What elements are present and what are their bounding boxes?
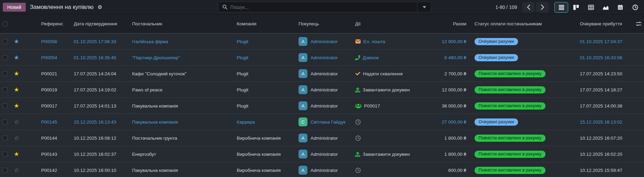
users-icon (355, 103, 362, 109)
table-row[interactable]: ★ P00143 10.12.2025 16:02:37 Енергозбут … (0, 146, 644, 162)
star-toggle[interactable]: ★ (10, 103, 23, 109)
company-cell: Plugit (237, 39, 298, 44)
activity-action[interactable]: Ел. пошта (355, 39, 410, 44)
row-checkbox[interactable] (3, 71, 8, 76)
table-row[interactable]: ☆ P00142 10.12.2025 16:00:10 Пакувальна … (0, 162, 644, 177)
action-label: Завантажити документ (363, 87, 410, 92)
reference-link[interactable]: P00019 (41, 87, 74, 92)
reference-link[interactable]: P00021 (41, 71, 74, 76)
row-checkbox[interactable] (3, 39, 8, 44)
header-payment-status[interactable]: Статус оплати постачальникам (472, 21, 580, 26)
row-checkbox[interactable] (3, 119, 8, 124)
arrival-cell: 17.07.2025 14:00:38 (580, 103, 633, 109)
star-toggle[interactable]: ★ (10, 151, 23, 157)
header-company[interactable]: Компанія (237, 21, 298, 26)
arrival-cell: 15.12.2025 16:13:02 (580, 119, 633, 125)
supplier-cell: Пакувальна компанія (132, 168, 237, 173)
list-view-icon (559, 5, 564, 10)
view-graph-button[interactable] (599, 2, 612, 13)
header-actions[interactable]: Дії (355, 21, 410, 26)
view-calendar-button[interactable] (613, 2, 627, 13)
confirm-date-cell: 01.10.2025 16:35:45 (74, 55, 132, 60)
total-cell: 12 000,00 ₴ (410, 87, 472, 92)
reference-link[interactable]: P00054 (41, 55, 74, 60)
pager-next-button[interactable] (536, 2, 549, 12)
header-buyer[interactable]: Покупець (298, 21, 355, 26)
upload-icon (355, 152, 360, 157)
buyer-name: Administrator (311, 136, 338, 141)
activity-action[interactable]: Завантажити документ (355, 152, 410, 157)
row-checkbox[interactable] (3, 55, 8, 60)
star-toggle[interactable]: ★ (10, 71, 23, 77)
star-toggle[interactable]: ★ (10, 87, 23, 93)
reference-link[interactable]: P00017 (41, 103, 74, 109)
buyer-name: Administrator (311, 39, 338, 44)
star-toggle[interactable]: ☆ (10, 167, 23, 173)
company-cell: Plugit (237, 71, 298, 76)
pager-previous-button[interactable] (522, 2, 535, 12)
star-toggle[interactable]: ☆ (10, 119, 23, 125)
total-cell: 36 000,00 ₴ (410, 103, 472, 109)
reference-link[interactable]: P00142 (41, 168, 74, 173)
star-toggle[interactable]: ☆ (10, 135, 23, 141)
buyer-name: Administrator (311, 71, 338, 76)
table-row[interactable]: ★ P00056 01.10.2025 17:06:33 Італійська … (0, 33, 644, 49)
header-reference[interactable]: Референс (41, 21, 74, 26)
activity-action[interactable]: P00017 (355, 103, 410, 109)
header-confirm-date[interactable]: Дата підтвердження (74, 21, 132, 26)
row-checkbox[interactable] (3, 103, 8, 108)
supplier-cell: Італійська фірма (132, 39, 237, 44)
view-kanban-button[interactable] (569, 2, 583, 13)
control-panel: Новий Замовлення на купівлю ⚙ 1-80 / 109 (0, 0, 644, 14)
row-checkbox[interactable] (3, 136, 8, 140)
activity-action[interactable]: Завантажити документ (355, 87, 410, 92)
activity-action[interactable] (355, 167, 410, 173)
select-all-checkbox[interactable] (3, 22, 8, 26)
buyer-avatar: A (298, 85, 307, 94)
table-row[interactable]: ★ P00019 17.07.2025 14:19:02 Paws of pea… (0, 81, 644, 98)
row-checkbox[interactable] (3, 152, 8, 156)
header-expected-arrival[interactable]: Очікуване прибуття (580, 21, 633, 26)
optional-columns-icon[interactable] (633, 21, 644, 27)
activity-action[interactable]: Дзвінок (355, 55, 410, 60)
search-input[interactable] (230, 4, 417, 10)
star-toggle[interactable]: ★ (10, 38, 23, 45)
reference-link[interactable]: P00143 (41, 152, 74, 157)
activity-action[interactable] (355, 119, 410, 125)
header-supplier[interactable]: Постачальник (132, 21, 237, 26)
arrival-cell: 17.07.2025 14:18:27 (580, 87, 633, 92)
reference-link[interactable]: P00056 (41, 39, 74, 44)
view-pivot-button[interactable] (584, 2, 598, 13)
table-row[interactable]: ★ P00054 01.10.2025 16:35:45 "Партнер-Др… (0, 49, 644, 65)
payment-status-badge: Повністю виставлено в рахунку (475, 135, 546, 142)
select-all-cell (0, 22, 10, 26)
buyer-avatar: A (298, 101, 307, 110)
activity-action[interactable]: Надати схвалення (355, 71, 410, 76)
activity-action[interactable] (355, 135, 410, 141)
company-cell: Plugit (237, 103, 298, 109)
star-toggle[interactable]: ★ (10, 54, 23, 61)
header-total[interactable]: Разом (410, 21, 472, 26)
table-row[interactable]: ☆ P00144 10.12.2025 16:08:12 Постачальни… (0, 130, 644, 146)
search-dropdown-toggle[interactable] (417, 2, 431, 12)
table-row[interactable]: ★ P00017 17.07.2025 14:01:13 Пакувальна … (0, 98, 644, 114)
row-checkbox[interactable] (3, 87, 8, 92)
supplier-cell: Пакувальна компанія (132, 119, 237, 125)
table-row[interactable]: ☆ P00145 15.12.2025 16:13:43 Пакувальна … (0, 114, 644, 130)
new-button[interactable]: Новий (3, 3, 26, 12)
reference-link[interactable]: P00145 (41, 119, 74, 125)
payment-status-badge: Повністю виставлено в рахунку (475, 70, 546, 77)
row-checkbox[interactable] (3, 168, 8, 173)
chevron-down-icon (423, 6, 426, 8)
action-label: Надати схвалення (363, 71, 402, 76)
total-cell: 2 700,00 ₴ (410, 71, 472, 76)
gear-icon[interactable]: ⚙ (98, 4, 102, 10)
arrival-cell: 01.10.2025 16:33:56 (580, 55, 633, 60)
pager-and-views: 1-80 / 109 (495, 0, 642, 14)
view-list-button[interactable] (554, 2, 568, 13)
supplier-cell: Paws of peace (132, 87, 237, 92)
view-activity-button[interactable] (628, 2, 642, 13)
envelope-icon (355, 39, 361, 44)
table-row[interactable]: ★ P00021 17.07.2025 14:24:04 Кафе "Солод… (0, 65, 644, 81)
reference-link[interactable]: P00144 (41, 136, 74, 141)
